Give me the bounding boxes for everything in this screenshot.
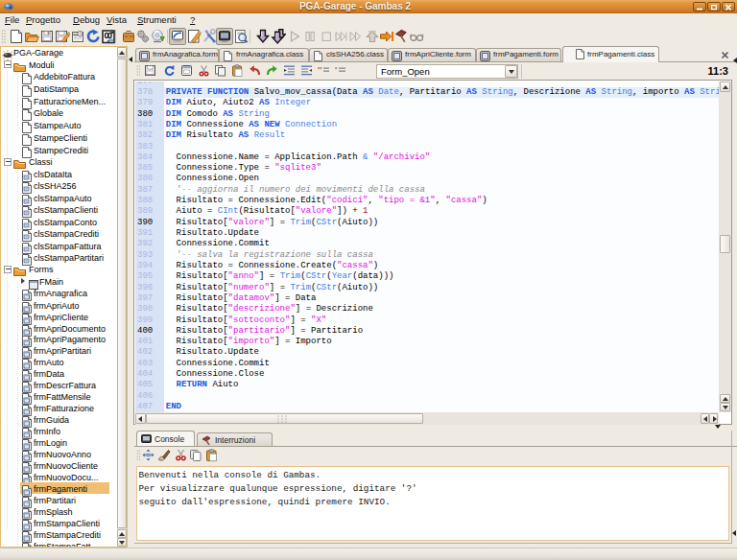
svg-text:': ' bbox=[335, 65, 337, 75]
svg-text:'': '' bbox=[318, 65, 321, 75]
